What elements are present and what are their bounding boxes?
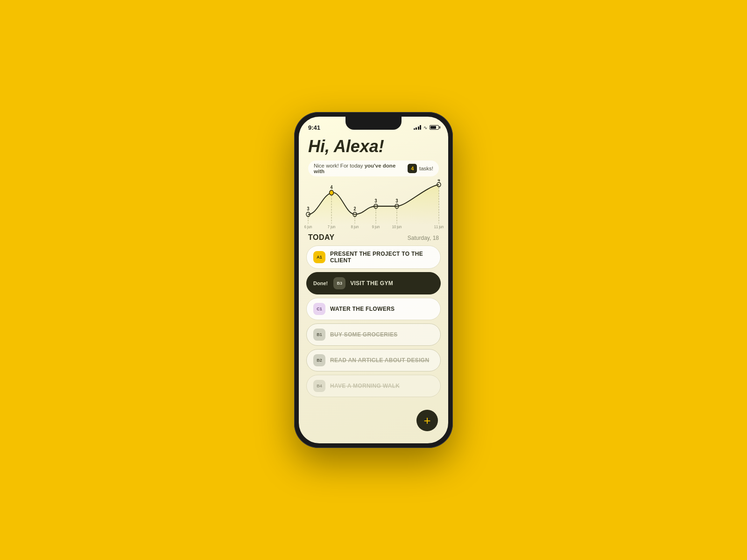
task-badge-b1: B1 (313, 329, 325, 341)
scroll-content: Hi, Alexa! Nice work! For today you've d… (299, 133, 448, 443)
task-badge-c1: C1 (313, 303, 325, 315)
task-item-b4[interactable]: B4 HAVE A MORNING WALK (306, 375, 441, 397)
task-text-c1: WATER THE FLOWERS (330, 306, 395, 312)
svg-text:9 jun: 9 jun (372, 224, 380, 229)
task-badge-a1: A1 (313, 251, 325, 263)
tasks-badge-row: Nice work! For today you've done with 4 … (308, 161, 439, 176)
tasks-summary: Nice work! For today you've done with 4 … (308, 161, 439, 176)
svg-text:6 jun: 6 jun (304, 224, 312, 229)
today-header: TODAY Saturday, 18 (299, 231, 448, 245)
svg-text:3: 3 (375, 198, 378, 203)
task-text-b4: HAVE A MORNING WALK (330, 383, 400, 389)
task-text-a1: PRESENT THE PROJECT TO THE CLIENT (330, 251, 434, 264)
svg-text:2: 2 (354, 206, 357, 211)
task-text-b3: VISIT THE GYM (350, 280, 393, 287)
task-badge-b3: B3 (333, 277, 345, 289)
svg-text:11 jun: 11 jun (434, 224, 444, 229)
tasks-suffix: tasks! (419, 166, 433, 171)
today-date: Saturday, 18 (408, 235, 439, 241)
add-task-button[interactable]: + (416, 410, 438, 431)
greeting-text: Hi, Alexa! (308, 137, 439, 156)
svg-text:4: 4 (438, 179, 441, 182)
task-item-c1[interactable]: C1 WATER THE FLOWERS (306, 298, 441, 320)
task-badge-b2: B2 (313, 354, 325, 366)
task-item-b2[interactable]: B2 READ AN ARTICLE ABOUT DESIGN (306, 349, 441, 371)
task-text-b2: READ AN ARTICLE ABOUT DESIGN (330, 357, 429, 364)
status-time: 9:41 (308, 124, 320, 131)
wifi-icon: ∿ (423, 125, 427, 130)
svg-text:7 jun: 7 jun (328, 224, 335, 229)
phone-frame: 9:41 ∿ Hi, A (294, 112, 453, 448)
task-item-b3[interactable]: Done! B3 VISIT THE GYM (306, 272, 441, 294)
svg-point-5 (330, 190, 334, 195)
header-section: Hi, Alexa! Nice work! For today you've d… (299, 133, 448, 179)
chart-container: 3 6 jun 4 7 jun 2 8 jun (299, 179, 448, 231)
svg-text:3: 3 (396, 198, 399, 203)
svg-text:3: 3 (307, 206, 310, 211)
battery-icon (430, 125, 439, 130)
done-label: Done! (313, 280, 328, 286)
battery-fill (430, 126, 436, 129)
status-icons: ∿ (414, 125, 439, 130)
page-background: 9:41 ∿ Hi, A (0, 0, 747, 560)
signal-icon (414, 125, 422, 130)
task-badge-b4: B4 (313, 380, 325, 392)
task-item-b1[interactable]: B1 BUY SOME GROCERIES (306, 323, 441, 346)
task-item-a1[interactable]: A1 PRESENT THE PROJECT TO THE CLIENT (306, 245, 441, 269)
tasks-prefix: Nice work! For today you've done with (314, 163, 405, 174)
tasks-count-badge: 4 (408, 164, 417, 173)
phone-screen: 9:41 ∿ Hi, A (299, 117, 448, 443)
svg-text:10 jun: 10 jun (392, 224, 402, 229)
svg-text:8 jun: 8 jun (351, 224, 359, 229)
today-label: TODAY (308, 233, 335, 242)
phone-notch (345, 117, 402, 130)
task-text-b1: BUY SOME GROCERIES (330, 331, 398, 338)
svg-text:4: 4 (331, 184, 333, 190)
